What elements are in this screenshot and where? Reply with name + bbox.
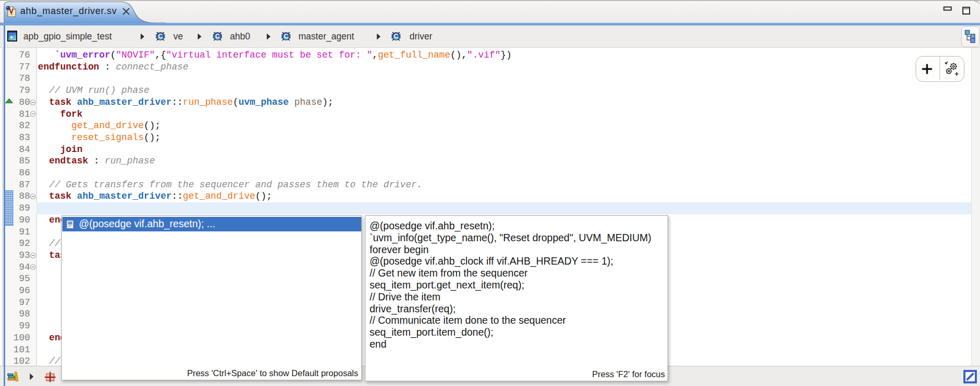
svg-text:C: C — [393, 33, 398, 40]
svg-text:C: C — [158, 33, 162, 40]
svg-text:C: C — [215, 33, 220, 40]
svg-text:C: C — [283, 33, 288, 40]
